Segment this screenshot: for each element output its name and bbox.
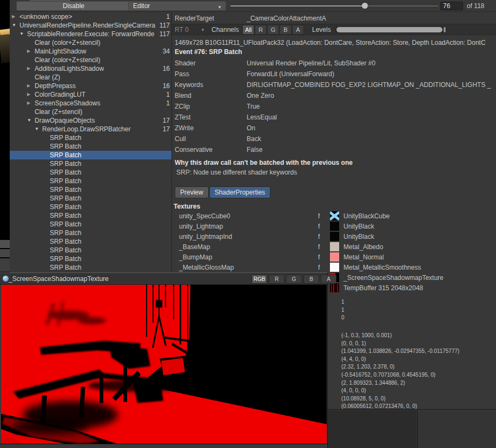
levels-range-slider[interactable] [335,26,447,33]
tree-row[interactable]: ▶ColorGradingLUT1 [10,90,171,99]
float-value: 1 [341,298,345,306]
tree-row[interactable]: SRP Batch [10,229,171,237]
tree-row[interactable]: SRP Batch [10,211,171,220]
texture-thumbnail-black[interactable] [330,222,339,231]
tree-row[interactable]: ▶<unknown scope>1 [10,12,171,21]
disclosure-triangle-closed-icon[interactable]: ▶ [27,82,30,90]
property-row: KeywordsDIRLIGHTMAP_COMBINED FOG_EXP2 LI… [172,79,496,90]
channels-toolbar: RT 0 ▼ Channels AllRGBA Levels [172,24,496,35]
texture-asset-name: TempBuffer 315 2048x2048 [343,284,423,292]
tree-item-count: 34 [163,47,170,56]
disclosure-triangle-open-icon[interactable]: ▼ [27,116,31,125]
property-label: Conservative [175,146,213,153]
tree-item-label: SRP Batch [50,159,157,168]
disable-button[interactable]: Disable [16,1,131,11]
texture-row: _BaseMapfMetal_Albedo [172,242,496,252]
vector-value: (10.08928, 5, 0, 0) [341,395,459,403]
preview-channel-button-a[interactable]: A [321,275,336,284]
tree-row[interactable]: Clear (Z) [10,73,171,82]
channel-button-r[interactable]: R [255,25,267,35]
tree-row[interactable]: ▼UniversalRenderPipeline.RenderSingleCam… [10,21,171,30]
chevron-down-icon: ▼ [201,28,205,32]
tree-row[interactable]: ▶AdditionalLightsShadow16 [10,64,171,73]
tree-row[interactable]: SRP Batch [10,194,171,203]
tree-row[interactable]: SRP Batch [10,263,171,272]
preview-channel-button-rgb[interactable]: RGB [252,275,267,284]
tree-row[interactable]: Clear (color+Z+stencil) [10,56,171,64]
texture-flag: f [318,233,320,240]
texture-thumbnail-black[interactable] [330,232,339,241]
tree-item-label: UniversalRenderPipeline.RenderSingleCame… [19,21,157,30]
background-panel-fragment [0,258,10,272]
tree-row[interactable]: SRP Batch [10,246,171,255]
disclosure-triangle-open-icon[interactable]: ▼ [19,30,24,38]
tree-row[interactable]: ▼ScriptableRenderer.Execute: ForwardRend… [10,30,171,38]
tree-item-label: SRP Batch [50,229,157,237]
tree-row[interactable]: ▼DrawOpaqueObjects17 [10,116,171,125]
tree-item-label: SRP Batch [50,151,157,159]
event-number-input[interactable] [440,2,463,10]
tree-row[interactable]: SRP Batch [10,168,171,177]
tree-row[interactable]: SRP Batch [10,203,171,211]
disclosure-triangle-closed-icon[interactable]: ▶ [27,64,30,73]
property-label: ZTest [175,113,190,121]
tree-row[interactable]: ▶MainLightShadow34 [10,47,171,56]
tree-row[interactable]: SRP Batch [10,133,171,142]
texture-icon [3,276,9,282]
tree-row[interactable]: SRP Batch [10,142,171,151]
texture-thumbnail-metallic[interactable] [330,263,339,272]
tab-preview[interactable]: Preview [175,186,209,198]
channel-button-g[interactable]: G [267,25,279,35]
editor-background-panels [327,409,496,448]
tree-row[interactable]: ▶DepthPrepass16 [10,82,171,90]
event-scrubber-slider[interactable] [230,0,438,12]
levels-range-handle[interactable] [444,27,446,32]
tree-row[interactable]: Clear (color+Z+stencil) [10,38,171,47]
disclosure-triangle-closed-icon[interactable]: ▶ [27,99,30,108]
tree-row[interactable]: ▼RenderLoop.DrawSRPBatcher17 [10,125,171,133]
tree-row[interactable]: SRP Batch [10,159,171,168]
channel-button-b[interactable]: B [280,25,292,35]
channel-button-all[interactable]: All [242,25,254,35]
tab-shaderproperties[interactable]: ShaderProperties [209,186,270,198]
disclosure-triangle-closed-icon[interactable]: ▶ [27,47,30,56]
property-value: False [247,146,495,153]
disclosure-triangle-closed-icon[interactable]: ▶ [27,90,30,99]
vector-value: (-0.5416752, 0.7071068, 0.4545195, 0) [341,371,459,379]
preview-channel-button-g[interactable]: G [286,275,302,284]
tree-item-label: SRP Batch [50,255,157,263]
tree-row[interactable]: SRP Batch [10,151,171,159]
tree-row[interactable]: ▶ScreenSpaceShadows1 [10,99,171,108]
tree-item-label: SRP Batch [50,263,157,272]
preview-channel-button-r[interactable]: R [269,275,285,284]
texture-thumbnail-albedo[interactable] [330,242,339,251]
preview-channel-button-b[interactable]: B [303,275,319,284]
property-row: ZWriteOn [172,123,496,133]
tree-row[interactable]: SRP Batch [10,220,171,229]
texture-preview-titlebar[interactable]: _ScreenSpaceShadowmapTexture RGBRGBA [0,273,327,285]
tree-item-count: 1 [166,12,170,21]
tree-item-label: SRP Batch [50,237,157,246]
tree-row[interactable]: Clear (Z+stencil) [10,108,171,116]
scene-object-fragment [0,28,10,66]
tree-item-label: SRP Batch [50,211,157,220]
tree-row[interactable]: SRP Batch [10,185,171,194]
channel-button-a[interactable]: A [292,25,304,35]
slider-handle[interactable] [362,3,368,9]
tree-item-label: AdditionalLightsShadow [35,64,157,73]
tree-row[interactable]: SRP Batch [10,177,171,185]
disclosure-triangle-closed-icon[interactable]: ▶ [12,12,15,21]
property-value: One Zero [247,92,495,99]
texture-thumbnail-tempbuffer[interactable] [330,283,339,292]
rt-index-dropdown[interactable]: RT 0 ▼ [175,26,206,34]
tree-row[interactable]: SRP Batch [10,255,171,263]
disclosure-triangle-open-icon[interactable]: ▼ [12,21,16,30]
texture-property-name: _BaseMap [179,243,210,251]
texture-thumbnail-cube[interactable] [330,211,339,220]
tree-row[interactable]: SRP Batch [10,237,171,246]
texture-thumbnail-normal[interactable] [330,252,339,262]
tree-item-count: 16 [163,82,170,90]
target-dropdown[interactable]: Editor ▼ [128,1,226,11]
disclosure-triangle-open-icon[interactable]: ▼ [35,125,39,133]
chevron-down-icon: ▼ [217,3,222,12]
